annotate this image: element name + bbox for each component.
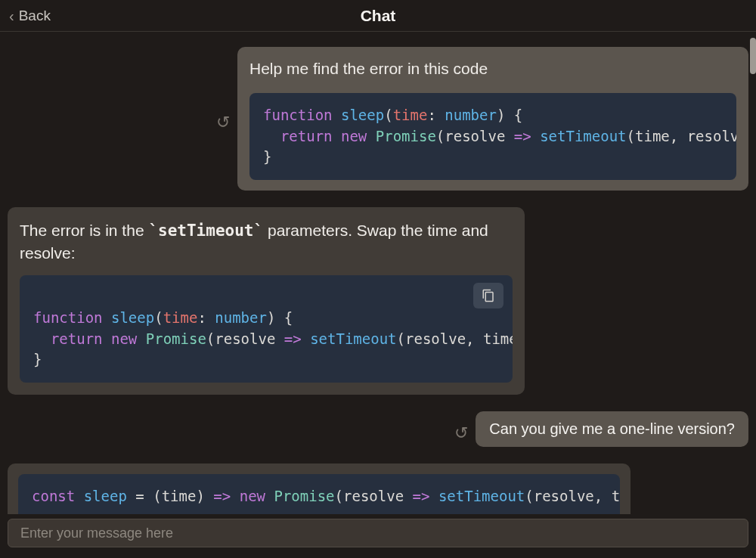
code-token: resolve	[445, 128, 505, 144]
code-token: return	[280, 128, 333, 144]
code-token: resolve	[215, 330, 275, 347]
message-row-user: ↺ Help me find the error in this code fu…	[8, 47, 748, 191]
text-span: The error is in the	[20, 222, 148, 239]
code-token: =>	[213, 488, 231, 504]
code-token: return	[51, 330, 103, 347]
input-bar	[0, 514, 756, 558]
code-block: function sleep(time: number) { return ne…	[20, 275, 513, 383]
code-token: Promise	[376, 128, 436, 144]
copy-icon	[482, 289, 495, 302]
code-token: function	[263, 107, 333, 123]
code-token: setTimeout	[310, 330, 396, 347]
code-token: resolve	[534, 488, 594, 504]
chat-window: ‹ Back Chat ↺ Help me find the error in …	[0, 0, 756, 558]
header-bar: ‹ Back Chat	[0, 0, 756, 32]
code-token: number	[215, 309, 267, 326]
code-token: =>	[284, 330, 302, 347]
code-token: function	[33, 309, 103, 326]
back-label: Back	[19, 8, 51, 24]
code-token: Promise	[146, 330, 206, 347]
scrollbar-track[interactable]	[750, 32, 756, 514]
code-token: new	[240, 488, 265, 504]
code-token: Promise	[274, 488, 334, 504]
code-token: time	[612, 488, 620, 504]
code-token: sleep	[84, 488, 127, 504]
chevron-left-icon: ‹	[9, 8, 14, 23]
assistant-message-text: The error is in the `setTimeout` paramet…	[20, 219, 513, 265]
code-block: const sleep = (time) => new Promise(reso…	[18, 474, 620, 514]
code-token: new	[111, 330, 137, 347]
code-token: setTimeout	[540, 128, 626, 144]
code-token: resolve	[687, 128, 736, 144]
user-message-text: Help me find the error in this code	[249, 57, 736, 79]
user-message-bubble: Can you give me a one-line version?	[476, 411, 748, 447]
code-token: new	[341, 128, 367, 144]
code-token: time	[162, 488, 197, 504]
message-row-user: ↺ Can you give me a one-line version?	[8, 411, 748, 447]
inline-code: `setTimeout`	[148, 222, 263, 240]
code-token: time	[483, 330, 513, 347]
code-token: =	[135, 488, 144, 504]
code-token: time	[163, 309, 198, 326]
code-token: resolve	[343, 488, 404, 504]
page-title: Chat	[361, 7, 396, 25]
user-message-bubble: Help me find the error in this code func…	[237, 47, 748, 191]
code-token: sleep	[341, 107, 384, 123]
copy-button[interactable]	[473, 283, 503, 308]
code-token: const	[32, 488, 75, 504]
assistant-message-bubble: const sleep = (time) => new Promise(reso…	[8, 463, 631, 514]
code-token: setTimeout	[438, 488, 525, 504]
messages-scroll-area[interactable]: ↺ Help me find the error in this code fu…	[0, 32, 756, 514]
code-token: =>	[413, 488, 430, 504]
code-token: sleep	[111, 309, 154, 326]
regenerate-icon[interactable]: ↺	[216, 113, 230, 132]
code-token: number	[445, 107, 497, 123]
code-token: time	[635, 128, 670, 144]
assistant-message-bubble: The error is in the `setTimeout` paramet…	[8, 207, 525, 395]
user-message-text: Can you give me a one-line version?	[489, 420, 735, 437]
back-button[interactable]: ‹ Back	[9, 8, 51, 24]
message-row-assistant: const sleep = (time) => new Promise(reso…	[8, 463, 748, 514]
code-block: function sleep(time: number) { return ne…	[249, 93, 736, 180]
message-row-assistant: The error is in the `setTimeout` paramet…	[8, 207, 748, 395]
regenerate-icon[interactable]: ↺	[454, 423, 468, 443]
code-token: time	[393, 107, 428, 123]
message-input[interactable]	[8, 519, 748, 547]
code-token: resolve	[405, 330, 466, 347]
code-token: =>	[514, 128, 531, 144]
scrollbar-thumb[interactable]	[750, 38, 756, 74]
